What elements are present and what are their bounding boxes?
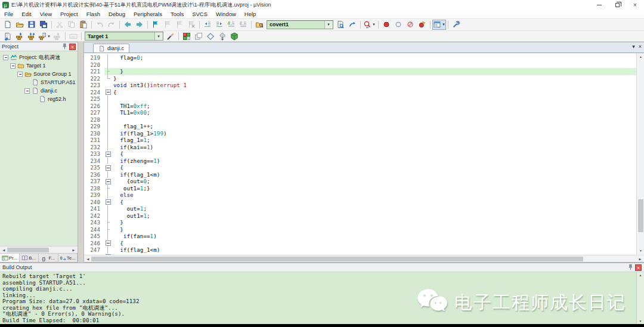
- code-line-238[interactable]: 238 out1=1;}: [84, 185, 636, 192]
- tree-item-reg52-h[interactable]: reg52.h: [2, 95, 78, 103]
- code-line-246[interactable]: 246 {: [84, 240, 636, 247]
- file-extensions-button[interactable]: [193, 31, 205, 41]
- indent-right-button[interactable]: [213, 20, 225, 30]
- code-line-241[interactable]: 241 out=1;: [84, 205, 636, 212]
- code-line-230[interactable]: 230 if(flag_1>199): [84, 130, 636, 137]
- code-line-228[interactable]: 228: [84, 116, 636, 124]
- redo-button[interactable]: [106, 20, 117, 30]
- enable-disable-breakpoint-button[interactable]: [392, 20, 404, 30]
- code-line-223[interactable]: 223void int3()interrupt 1: [84, 82, 636, 89]
- build-button[interactable]: [14, 31, 26, 41]
- code-line-233[interactable]: 233 {: [84, 150, 636, 158]
- code-line-240[interactable]: 240 {: [84, 199, 636, 206]
- translate-file-button[interactable]: [2, 31, 14, 41]
- tree-expander-icon[interactable]: [10, 63, 16, 69]
- new-file-button[interactable]: [2, 20, 14, 30]
- window-layout-button[interactable]: ▼: [432, 20, 446, 30]
- comment-selection-button[interactable]: //: [225, 20, 237, 30]
- scrollbar-thumb[interactable]: [638, 199, 643, 232]
- previous-bookmark-button[interactable]: [174, 20, 185, 30]
- tree-expander-icon[interactable]: [24, 88, 30, 94]
- code-line-247[interactable]: 247 if(flag_1<m): [84, 246, 636, 254]
- tree-expander-icon[interactable]: [17, 72, 23, 77]
- find-in-files-run-button[interactable]: [335, 20, 346, 30]
- minimize-button[interactable]: [590, 0, 608, 10]
- code-line-242[interactable]: 242 out1=1;: [84, 212, 636, 220]
- code-line-229[interactable]: 229 flag_1++;: [84, 123, 636, 130]
- open-file-button[interactable]: [14, 20, 26, 30]
- panel-tab-books[interactable]: B...: [20, 254, 39, 262]
- save-button[interactable]: [26, 20, 38, 30]
- find-button[interactable]: ▼: [363, 20, 376, 30]
- menu-edit[interactable]: Edit: [17, 11, 35, 17]
- menu-help[interactable]: Help: [240, 11, 261, 17]
- code-line-219[interactable]: 219 flag=0;: [84, 54, 636, 61]
- menu-flash[interactable]: Flash: [82, 11, 104, 17]
- code-line-239[interactable]: 239 else: [84, 192, 636, 199]
- panel-tab-project[interactable]: Pr...: [0, 254, 20, 262]
- code-line-231[interactable]: 231 flag_1=1;: [84, 137, 636, 144]
- code-line-222[interactable]: 222}: [84, 75, 636, 82]
- pin-icon[interactable]: [61, 43, 68, 50]
- tree-item-source-group-1[interactable]: Source Group 1: [2, 70, 78, 78]
- code-line-227[interactable]: 227 TL1=0x00;: [84, 109, 636, 116]
- code-line-235[interactable]: 235 {: [84, 164, 636, 171]
- code-line-244[interactable]: 244 }: [84, 226, 636, 233]
- scroll-left-icon[interactable]: ◀: [1, 248, 7, 252]
- undo-button[interactable]: [94, 20, 106, 30]
- download-button[interactable]: LOAD: [67, 31, 79, 41]
- code-line-232[interactable]: 232 if(kai==1): [84, 144, 636, 151]
- menu-project[interactable]: Project: [56, 11, 82, 17]
- fold-marker-icon[interactable]: [104, 178, 112, 185]
- project-panel-hscrollbar[interactable]: ◀ ▶: [0, 246, 78, 253]
- paste-button[interactable]: [78, 20, 89, 30]
- code-line-225[interactable]: 225: [84, 95, 636, 103]
- search-combo-dropdown-icon[interactable]: ▼: [324, 21, 332, 29]
- insert-remove-breakpoint-button[interactable]: [380, 20, 392, 30]
- code-line-245[interactable]: 245 if(fan==1): [84, 233, 636, 240]
- kill-all-breakpoints-button[interactable]: [404, 20, 416, 30]
- pin-icon[interactable]: [627, 264, 634, 271]
- manage-rte-button[interactable]: [228, 31, 240, 41]
- fold-marker-icon[interactable]: [104, 254, 112, 255]
- editor-hscrollbar[interactable]: ◀ ▶: [84, 255, 644, 262]
- fold-marker-icon[interactable]: [104, 240, 112, 247]
- close-button[interactable]: ×: [626, 0, 644, 10]
- code-line-237[interactable]: 237 {out=0;: [84, 178, 636, 185]
- menu-svcs[interactable]: SVCS: [188, 11, 212, 17]
- fold-marker-icon[interactable]: [104, 164, 112, 171]
- indent-left-button[interactable]: [202, 20, 213, 30]
- incremental-find-button[interactable]: [346, 20, 358, 30]
- scroll-down-icon[interactable]: ▼: [637, 248, 644, 254]
- fold-marker-icon[interactable]: [104, 150, 112, 158]
- restore-button[interactable]: [608, 0, 626, 10]
- insert-bookmark-button[interactable]: [150, 20, 162, 30]
- fold-marker-icon[interactable]: [104, 89, 112, 96]
- stop-build-button[interactable]: [51, 31, 63, 41]
- build-output-close-button[interactable]: x: [635, 264, 642, 271]
- build-output-vscrollbar[interactable]: ▲ ▼: [636, 272, 644, 324]
- uncomment-selection-button[interactable]: //: [237, 20, 249, 30]
- cut-button[interactable]: [54, 20, 66, 30]
- menu-window[interactable]: Window: [212, 11, 240, 17]
- code-line-224[interactable]: 224{: [84, 89, 636, 96]
- configure-button[interactable]: [450, 20, 462, 30]
- scroll-down-icon[interactable]: ▼: [637, 319, 644, 323]
- select-software-packs-button[interactable]: [205, 31, 216, 41]
- rebuild-all-button[interactable]: [26, 31, 38, 41]
- batch-build-button[interactable]: ▼: [38, 31, 51, 41]
- navigate-back-button[interactable]: [122, 20, 134, 30]
- target-combo-dropdown-icon[interactable]: ▼: [154, 32, 162, 40]
- panel-splitter[interactable]: [78, 42, 83, 263]
- next-bookmark-button[interactable]: [162, 20, 174, 30]
- pack-installer-button[interactable]: [216, 31, 228, 41]
- tab-dianji-c[interactable]: dianji.c: [93, 44, 129, 53]
- menu-file[interactable]: File: [0, 11, 17, 17]
- scroll-up-icon[interactable]: ▲: [637, 54, 644, 60]
- panel-tab-functions[interactable]: {}F...: [39, 254, 58, 262]
- scroll-right-icon[interactable]: ▶: [70, 248, 77, 252]
- code-line-220[interactable]: 220: [84, 61, 636, 69]
- close-document-button[interactable]: ×: [639, 44, 642, 50]
- document-list-dropdown[interactable]: ▾: [632, 44, 635, 50]
- scroll-up-icon[interactable]: ▲: [637, 273, 644, 277]
